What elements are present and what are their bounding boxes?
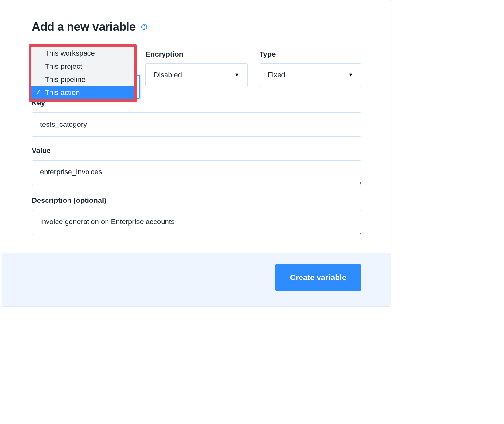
caret-down-icon: ▼ [234, 72, 240, 78]
encryption-label: Encryption [145, 50, 247, 59]
dialog-footer: Create variable [2, 253, 391, 306]
type-label: Type [260, 50, 361, 59]
add-variable-dialog: Add a new variable This workspace This p… [2, 0, 391, 307]
scope-option-project[interactable]: This project [31, 60, 134, 73]
scope-dropdown: This workspace This project This pipelin… [31, 47, 134, 99]
description-input[interactable]: Invoice generation on Enterprise account… [32, 210, 361, 235]
create-variable-button[interactable]: Create variable [275, 264, 361, 291]
scope-option-workspace[interactable]: This workspace [31, 47, 134, 60]
value-label: Value [32, 146, 361, 155]
dialog-title: Add a new variable [32, 20, 136, 34]
help-icon[interactable] [141, 24, 147, 30]
svg-point-1 [144, 28, 144, 29]
scope-option-action[interactable]: This action [31, 86, 134, 99]
type-value: Fixed [268, 71, 285, 79]
key-input[interactable] [32, 112, 361, 137]
scope-option-pipeline[interactable]: This pipeline [31, 73, 134, 86]
scope-dropdown-highlight: This workspace This project This pipelin… [29, 44, 137, 102]
caret-down-icon: ▼ [348, 72, 353, 78]
description-label: Description (optional) [32, 196, 361, 205]
type-select[interactable]: Fixed ▼ [260, 63, 361, 87]
value-input[interactable]: enterprise_invoices [32, 160, 361, 185]
encryption-select[interactable]: Disabled ▼ [145, 63, 247, 87]
encryption-value: Disabled [154, 71, 182, 79]
